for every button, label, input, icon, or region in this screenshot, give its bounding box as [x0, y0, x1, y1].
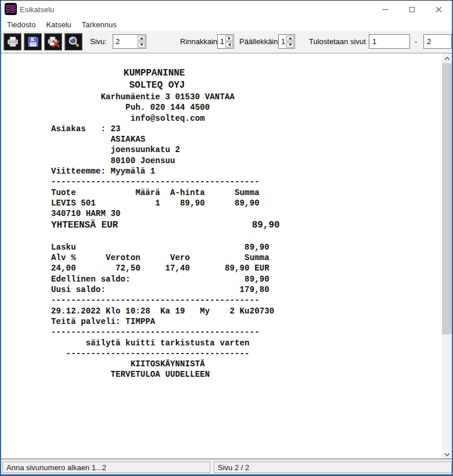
receipt-line: Edellinen saldo: 89,90 — [51, 274, 411, 284]
scroll-down-button[interactable] — [442, 449, 452, 459]
print-button[interactable] — [3, 33, 21, 51]
maximize-button[interactable] — [398, 1, 425, 18]
title-bar: Esikatselu — [1, 1, 452, 18]
scroll-up-button[interactable] — [442, 53, 452, 63]
up-arrow-icon — [289, 37, 292, 39]
cancel-print-icon — [47, 35, 60, 48]
receipt-line: TERVETULOA UUDELLEEN — [51, 369, 411, 380]
receipt-line: Asiakas : 23 — [51, 124, 411, 134]
receipt-column-headers: Tuote Määrä A-hinta Summa — [51, 187, 411, 198]
down-arrow-icon — [140, 44, 143, 46]
stacked-value: 1 — [281, 37, 285, 46]
menu-katselu[interactable]: Katselu — [41, 19, 76, 30]
save-icon — [27, 35, 39, 48]
stacked-up-button[interactable] — [286, 35, 294, 41]
zoom-button[interactable] — [64, 33, 82, 51]
app-window: Esikatselu Tiedosto Katselu Tarkennus — [0, 0, 453, 476]
print-icon — [6, 35, 19, 48]
stacked-label: Päällekkäin: — [239, 37, 280, 46]
across-increase-button[interactable] — [225, 35, 233, 41]
menu-tarkennus[interactable]: Tarkennus — [77, 19, 122, 30]
cancel-print-button[interactable] — [44, 33, 62, 51]
page-label: Sivu: — [90, 37, 107, 46]
receipt-line: joensuunkatu 2 — [51, 145, 411, 155]
zoom-icon — [67, 35, 80, 48]
status-bar: Anna sivunumero alkaen 1...2 Sivu 2 / 2 — [1, 459, 452, 474]
across-label: Rinnakkain: — [180, 37, 220, 46]
minimize-button[interactable] — [372, 1, 398, 18]
receipt-line: Karhumäentie 3 01530 VANTAA — [51, 92, 411, 102]
receipt-line: säilytä kuitti tarkistusta varten — [51, 338, 411, 348]
receipt-document: KUMPPANINNE SOLTEQ OYJ Karhumäentie 3 01… — [51, 67, 411, 380]
receipt-line: Lasku 89,90 — [51, 242, 411, 253]
range-separator: - — [415, 37, 417, 46]
receipt-line: Viitteemme: Myymälä 1 — [51, 166, 411, 176]
page-down-button[interactable] — [138, 42, 145, 48]
menu-tiedosto[interactable]: Tiedosto — [2, 19, 41, 30]
receipt-line: 80100 Joensuu — [51, 156, 411, 166]
maximize-icon — [409, 7, 415, 12]
receipt-total-line: YHTEENSÄ EUR 89,90 — [51, 219, 411, 232]
page-up-button[interactable] — [138, 35, 145, 41]
receipt-line: Puh. 020 144 4500 — [51, 102, 411, 113]
menu-bar: Tiedosto Katselu Tarkennus — [1, 18, 452, 31]
receipt-divider: ------------------------------------- — [51, 348, 411, 359]
page-value: 2 — [116, 37, 120, 46]
receipt-divider: ----------------------------------------… — [51, 295, 411, 305]
across-decrease-button[interactable] — [225, 42, 233, 48]
receipt-line: Teitä palveli: TIMPPA — [51, 316, 411, 327]
receipt-line: 24,00 72,50 17,40 89,90 EUR — [51, 263, 411, 273]
down-arrow-icon — [289, 44, 292, 46]
right-arrow-icon — [228, 37, 231, 40]
receipt-line: Uusi saldo: 179,80 — [51, 284, 411, 295]
range-from-field[interactable]: 1 — [369, 34, 410, 49]
stacked-spinner[interactable]: 1 — [278, 34, 295, 49]
across-spinner[interactable]: 1 — [217, 34, 234, 49]
chevron-down-icon — [444, 453, 450, 456]
left-arrow-icon — [228, 43, 231, 46]
receipt-line: Alv % Veroton Vero Summa — [51, 253, 411, 263]
status-page-indicator: Sivu 2 / 2 — [214, 461, 452, 473]
receipt-line: 29.12.2022 Klo 10:28 Ka 19 My 2 Ku20730 — [51, 306, 411, 316]
receipt-divider: ----------------------------------------… — [51, 327, 411, 337]
close-icon — [436, 6, 442, 13]
page-spinner[interactable]: 2 — [113, 34, 146, 49]
across-value: 1 — [220, 37, 224, 46]
app-logo-icon — [5, 3, 17, 15]
receipt-line: ASIAKAS — [51, 134, 411, 145]
receipt-line: info@solteq.com — [51, 113, 411, 124]
window-title: Esikatselu — [20, 5, 54, 14]
receipt-line — [51, 232, 411, 242]
save-button[interactable] — [24, 33, 42, 51]
preview-area: KUMPPANINNE SOLTEQ OYJ Karhumäentie 3 01… — [1, 53, 452, 459]
scrollbar-thumb[interactable] — [442, 63, 452, 334]
receipt-line: LEVIS 501 1 89,90 89,90 — [51, 198, 411, 208]
stacked-down-button[interactable] — [286, 42, 294, 48]
receipt-line: KUMPPANINNE — [51, 67, 411, 80]
chevron-up-icon — [444, 57, 450, 60]
status-hint: Anna sivunumero alkaen 1...2 — [2, 461, 210, 473]
receipt-divider: ----------------------------------------… — [51, 176, 411, 187]
range-to-field[interactable]: 2 — [423, 34, 452, 49]
close-button[interactable] — [425, 1, 452, 18]
minimize-icon — [382, 9, 389, 10]
vertical-scrollbar[interactable] — [442, 53, 452, 459]
up-arrow-icon — [140, 37, 143, 39]
receipt-line: 340710 HARM 30 — [51, 208, 411, 219]
toolbar: Sivu: 2 Rinnakkain: 1 Päällekkäin: 1 Tul… — [1, 31, 452, 53]
range-label: Tulostetaan sivut : — [309, 37, 370, 46]
receipt-line: SOLTEQ OYJ — [51, 80, 411, 92]
receipt-line: KIITOSKÄYNNISTÄ — [51, 359, 411, 369]
